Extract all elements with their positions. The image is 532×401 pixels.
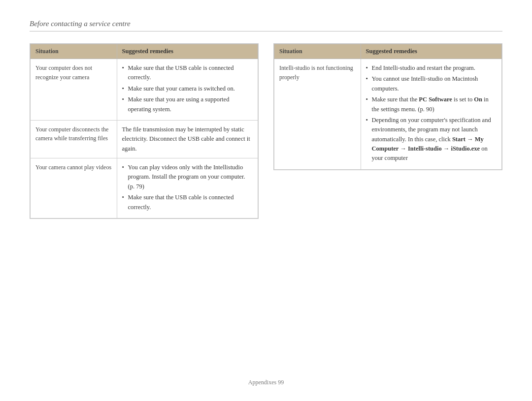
left-table: Situation Suggested remedies Your comput… bbox=[30, 43, 259, 219]
page-title: Before contacting a service centre bbox=[30, 20, 502, 31]
list-item: You can play videos only with the Intell… bbox=[122, 163, 253, 191]
left-col2-header: Suggested remedies bbox=[117, 44, 258, 59]
tables-row: Situation Suggested remedies Your comput… bbox=[30, 43, 502, 219]
situation-cell: Intelli-studio is not functioning proper… bbox=[274, 59, 361, 170]
list-item: Depending on your computer's specificati… bbox=[366, 116, 497, 163]
remedy-cell: The file transmission may be interrupted… bbox=[117, 120, 258, 158]
list-item: You cannot use Intelli-studio on Macinto… bbox=[366, 74, 497, 93]
left-col1-header: Situation bbox=[31, 44, 117, 59]
table-row: Your camera cannot play videos You can p… bbox=[31, 158, 258, 218]
remedy-cell: Make sure that the USB cable is connecte… bbox=[117, 59, 258, 121]
list-item: Make sure that the PC Software is set to… bbox=[366, 95, 497, 114]
list-item: Make sure that the USB cable is connecte… bbox=[122, 193, 253, 212]
list-item: Make sure that your camera is switched o… bbox=[122, 84, 253, 93]
table-row: Your computer does not recognize your ca… bbox=[31, 59, 258, 121]
list-item: Make sure that you are using a supported… bbox=[122, 95, 253, 114]
page-footer: Appendixes 99 bbox=[0, 379, 532, 386]
remedy-cell: You can play videos only with the Intell… bbox=[117, 158, 258, 218]
situation-cell: Your computer disconnects the camera whi… bbox=[31, 120, 117, 158]
situation-cell: Your camera cannot play videos bbox=[31, 158, 117, 218]
remedy-cell: End Intelli-studio and restart the progr… bbox=[361, 59, 501, 170]
right-col2-header: Suggested remedies bbox=[361, 44, 501, 59]
table-row: Your computer disconnects the camera whi… bbox=[31, 120, 258, 158]
situation-cell: Your computer does not recognize your ca… bbox=[31, 59, 117, 121]
right-table: Situation Suggested remedies Intelli-stu… bbox=[273, 43, 502, 170]
list-item: End Intelli-studio and restart the progr… bbox=[366, 63, 497, 73]
right-col1-header: Situation bbox=[274, 44, 361, 59]
list-item: Make sure that the USB cable is connecte… bbox=[122, 63, 253, 83]
table-row: Intelli-studio is not functioning proper… bbox=[274, 59, 502, 170]
